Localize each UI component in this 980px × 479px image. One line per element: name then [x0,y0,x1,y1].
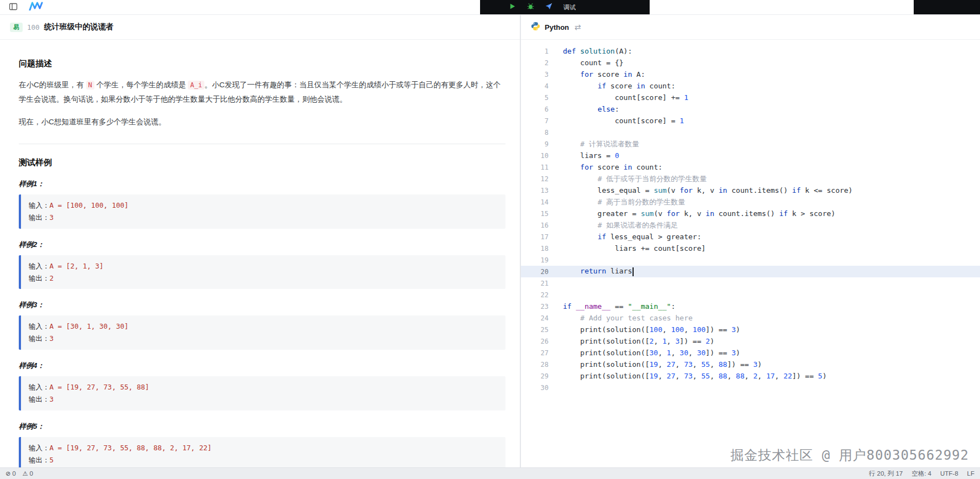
indentation-setting[interactable]: 空格: 4 [911,470,931,478]
encoding-setting[interactable]: UTF-8 [940,470,958,477]
code-line[interactable]: 30 [521,382,980,393]
output-value: 3 [50,213,54,222]
code-line[interactable]: 5 count[score] += 1 [521,92,980,103]
line-number[interactable]: 19 [521,256,563,264]
line-number[interactable]: 18 [521,245,563,252]
sample-code-block: 输入：A = [100, 100, 100] 输出：3 [19,194,505,229]
app-logo[interactable] [28,1,44,14]
line-number[interactable]: 2 [521,59,563,67]
line-number[interactable]: 6 [521,106,563,113]
line-number[interactable]: 21 [521,280,563,287]
code-line[interactable]: 17 if less_equal > greater: [521,231,980,243]
code-line[interactable]: 26 print(solution([2, 1, 3]) == 2) [521,335,980,347]
warning-icon: ⚠ [23,470,28,477]
line-number[interactable]: 11 [521,164,563,171]
sample-output-line: 输出：3 [29,333,498,345]
input-value: A = [2, 1, 3] [50,262,104,270]
sample-code-block: 输入：A = [19, 27, 73, 55, 88] 输出：3 [19,376,505,410]
code-line[interactable]: 10 liars = 0 [521,150,980,161]
code-line[interactable]: 1def solution(A): [521,45,980,57]
code-line[interactable]: 16 # 如果说谎者的条件满足 [521,219,980,231]
input-value: A = [19, 27, 73, 55, 88] [50,383,150,391]
code-line[interactable]: 3 for score in A: [521,69,980,80]
line-number[interactable]: 24 [521,314,563,322]
line-number[interactable]: 17 [521,233,563,241]
warnings-indicator[interactable]: ⚠ 0 [23,470,33,477]
code-line[interactable]: 8 [521,127,980,138]
editor-panel: Python ⇄ 1def solution(A):2 count = {}3 … [521,15,980,467]
topbar: 调试 [0,0,980,15]
sample-input-line: 输入：A = [100, 100, 100] [29,199,498,212]
line-number[interactable]: 3 [521,71,563,78]
line-number[interactable]: 12 [521,175,563,183]
line-number[interactable]: 13 [521,187,563,194]
line-number[interactable]: 15 [521,210,563,218]
line-number[interactable]: 27 [521,349,563,357]
submit-button[interactable] [545,3,552,12]
code-line[interactable]: 25 print(solution([100, 100, 100]) == 3) [521,324,980,335]
app-window: 调试 易 100 统计班级中的说谎者 问题描述 在小C的班级里，有 N 个学生，… [0,0,980,479]
debug-button[interactable] [527,3,534,12]
line-number[interactable]: 1 [521,48,563,55]
code-editor[interactable]: 1def solution(A):2 count = {}3 for score… [521,40,980,467]
line-number[interactable]: 28 [521,361,563,369]
code-text: liars += count[score] [563,244,705,252]
line-number[interactable]: 25 [521,326,563,334]
code-line[interactable]: 27 print(solution([30, 1, 30, 30]) == 3) [521,347,980,359]
code-line[interactable]: 28 print(solution([19, 27, 73, 55, 88]) … [521,359,980,370]
sample-output-line: 输出：5 [29,454,498,466]
line-number[interactable]: 22 [521,291,563,299]
code-line[interactable]: 23if __name__ == "__main__": [521,301,980,312]
code-line[interactable]: 24 # Add your test cases here [521,312,980,324]
code-text: # 高于当前分数的学生数量 [563,197,685,207]
line-number[interactable]: 5 [521,94,563,102]
run-button[interactable] [509,3,516,12]
bug-icon [527,3,534,12]
code-text: if score in count: [563,82,676,90]
code-text: # 如果说谎者的条件满足 [563,220,678,230]
line-number[interactable]: 30 [521,384,563,392]
sample-example-4: 样例4： 输入：A = [19, 27, 73, 55, 88] 输出：3 [19,361,505,410]
line-number[interactable]: 9 [521,140,563,148]
language-switch-icon[interactable]: ⇄ [575,23,581,31]
line-number[interactable]: 16 [521,222,563,229]
line-number[interactable]: 23 [521,303,563,310]
code-line[interactable]: 15 greater = sum(v for k, v in count.ite… [521,208,980,219]
line-number[interactable]: 10 [521,152,563,160]
output-label: 输出： [29,213,50,222]
code-line[interactable]: 20 return liars [521,266,980,277]
eol-setting[interactable]: LF [967,470,974,477]
code-line[interactable]: 11 for score in count: [521,161,980,173]
sample-output-line: 输出：3 [29,212,498,224]
code-text: liars = 0 [563,151,619,160]
line-number[interactable]: 8 [521,129,563,136]
line-number[interactable]: 4 [521,82,563,90]
code-line[interactable]: 6 else: [521,103,980,115]
sidebar-toggle-button[interactable] [8,1,19,14]
line-number[interactable]: 14 [521,198,563,206]
code-line[interactable]: 29 print(solution([19, 27, 73, 55, 88, 8… [521,370,980,382]
line-number[interactable]: 20 [521,268,563,276]
code-line[interactable]: 13 less_equal = sum(v for k, v in count.… [521,185,980,196]
code-line[interactable]: 9 # 计算说谎者数量 [521,138,980,150]
output-value: 3 [50,395,54,403]
code-line[interactable]: 12 # 低于或等于当前分数的学生数量 [521,173,980,185]
problem-body[interactable]: 问题描述 在小C的班级里，有 N 个学生，每个学生的成绩是 A_i。小C发现了一… [0,40,520,467]
code-line[interactable]: 22 [521,289,980,301]
code-line[interactable]: 2 count = {} [521,57,980,69]
errors-indicator[interactable]: ⊘ 0 [6,470,16,477]
line-number[interactable]: 7 [521,117,563,125]
code-text: for score in A: [563,70,645,78]
code-line[interactable]: 19 [521,254,980,266]
line-number[interactable]: 26 [521,338,563,345]
code-line[interactable]: 4 if score in count: [521,80,980,92]
code-line[interactable]: 21 [521,277,980,289]
code-line[interactable]: 18 liars += count[score] [521,243,980,254]
code-line[interactable]: 14 # 高于当前分数的学生数量 [521,196,980,208]
cursor-position[interactable]: 行 20, 列 17 [869,470,903,478]
line-number[interactable]: 29 [521,372,563,380]
sample-example-2: 样例2： 输入：A = [2, 1, 3] 输出：2 [19,240,505,289]
code-text: count = {} [563,59,624,67]
code-line[interactable]: 7 count[score] = 1 [521,115,980,127]
sample-label: 样例4： [19,361,505,371]
